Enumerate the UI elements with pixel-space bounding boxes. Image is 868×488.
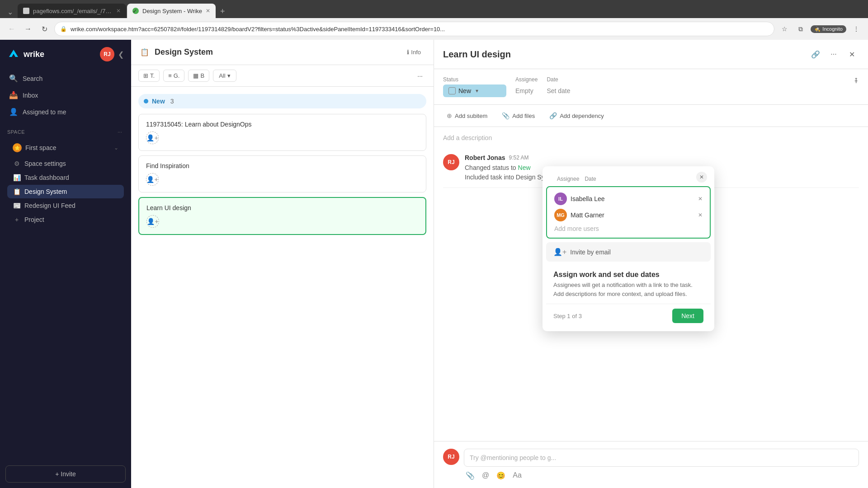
add-more-placeholder: Add more users (554, 225, 599, 232)
mention-icon[interactable]: @ (480, 470, 491, 481)
wrike-logo: wrike (7, 48, 44, 61)
add-more-input[interactable]: Add more users (554, 223, 703, 234)
emoji-icon[interactable]: 😊 (495, 470, 507, 481)
date-value[interactable]: Set date (547, 84, 570, 97)
sidebar-collapse-button[interactable]: ❮ (118, 50, 124, 59)
menu-button[interactable]: ⋮ (850, 23, 863, 35)
view-b-label: B (200, 72, 204, 79)
invite-by-email-button[interactable]: 👤+ Invite by email (546, 242, 711, 262)
address-bar[interactable]: 🔒 wrike.com/workspace.htm?acc=6250782#/f… (54, 22, 774, 36)
add-subitem-button[interactable]: ⊕ Add subitem (443, 110, 491, 121)
assignee-remove-matt[interactable]: ✕ (698, 212, 703, 218)
task-close-button[interactable]: ✕ (844, 47, 859, 61)
dependency-icon: 🔗 (549, 112, 557, 119)
view-t-button[interactable]: ⊞ T. (138, 70, 160, 82)
task-link-button[interactable]: 🔗 (808, 47, 823, 61)
sidebar-header: wrike RJ ❮ (0, 40, 131, 69)
status-chevron-icon: ▾ (476, 88, 478, 94)
sidebar-item-task-dashboard[interactable]: 📊 Task dashboard (7, 171, 124, 184)
address-text: wrike.com/workspace.htm?acc=6250782#/fol… (71, 26, 769, 33)
popup-close-button[interactable]: ✕ (696, 172, 707, 183)
files-icon: 📎 (502, 112, 509, 119)
sidebar-nav: 🔍 Search 📥 Inbox 👤 Assigned to me (0, 69, 131, 122)
view-b-button[interactable]: ▦ B (188, 70, 209, 82)
activity-link-1[interactable]: New (518, 164, 531, 171)
back-button[interactable]: ← (5, 23, 18, 35)
filter-chevron-icon: ▾ (227, 72, 231, 79)
browser-tab-active[interactable]: ✓ Design System - Wrike ✕ (127, 4, 216, 18)
task-detail-header: Learn UI design 🔗 ··· ✕ (434, 40, 868, 69)
view-g-button[interactable]: ≡ G. (163, 70, 184, 82)
sidebar-item-redesign-ui[interactable]: 📰 Redesign UI Feed (7, 199, 124, 212)
comment-avatar: RJ (443, 449, 459, 465)
tooltip-title: Assign work and set due dates (546, 265, 711, 281)
comment-toolbar: 📎 @ 😊 Aa (443, 467, 859, 481)
sidebar-item-project[interactable]: + Project (7, 213, 124, 226)
filter-all-button[interactable]: All ▾ (213, 70, 236, 82)
attach-icon[interactable]: 📎 (464, 470, 476, 481)
add-dependency-label: Add dependency (560, 113, 604, 119)
new-tab-button[interactable]: + (217, 5, 229, 18)
sidebar-item-search[interactable]: 🔍 Search (4, 70, 127, 86)
add-dependency-button[interactable]: 🔗 Add dependency (546, 110, 608, 121)
tab-close-1[interactable]: ✕ (116, 8, 121, 14)
assigned-icon: 👤 (9, 108, 18, 116)
task-comment-area: RJ Try @mentioning people to g... 📎 @ 😊 … (434, 441, 868, 488)
add-files-button[interactable]: 📎 Add files (498, 110, 538, 121)
task-description[interactable]: Add a description (434, 127, 868, 149)
task-more-button[interactable]: ··· (826, 47, 841, 61)
task-card-2[interactable]: Find Inspiration 👤+ (138, 155, 426, 192)
meta-expand-button[interactable]: ⤉ (853, 76, 859, 85)
activity-avatar-1: RJ (443, 154, 459, 170)
task-actions-bar: ⊕ Add subitem 📎 Add files 🔗 Add dependen… (434, 105, 868, 127)
sidebar-first-space[interactable]: 🌟 First space ⌄ (7, 140, 124, 156)
assignee-value[interactable]: Empty (515, 84, 538, 97)
comment-placeholder: Try @mentioning people to g... (470, 454, 556, 461)
assignee-remove-isabella[interactable]: ✕ (698, 196, 703, 202)
comment-input[interactable]: Try @mentioning people to g... (464, 449, 859, 467)
forward-button[interactable]: → (22, 23, 34, 35)
user-avatar[interactable]: RJ (100, 47, 114, 61)
reload-button[interactable]: ↻ (38, 23, 51, 35)
popup-date-col-label: Date (585, 176, 621, 182)
next-button[interactable]: Next (672, 309, 703, 323)
extension-button[interactable]: ⧉ (794, 23, 807, 35)
tab-close-2[interactable]: ✕ (206, 8, 210, 14)
subitem-icon: ⊕ (447, 112, 452, 119)
search-icon: 🔍 (9, 74, 18, 83)
board-info-button[interactable]: ℹ Info (403, 47, 425, 57)
task-card-title-3: Learn UI design (146, 204, 418, 211)
column-dot-new (144, 99, 148, 103)
sidebar-item-design-system[interactable]: 📋 Design System (7, 185, 124, 198)
add-subitem-label: Add subitem (455, 113, 487, 119)
status-badge[interactable]: New ▾ (443, 84, 506, 97)
bookmark-button[interactable]: ☆ (778, 23, 791, 35)
wrike-logo-icon (7, 48, 20, 61)
browser-tabs: ⌄ pageflows.com/_/emails/_/7fb5d... ✕ ✓ … (0, 0, 868, 18)
sidebar-item-space-settings[interactable]: ⚙ Space settings (7, 157, 124, 170)
add-member-card3-button[interactable]: 👤+ (146, 215, 159, 228)
column-count-new: 3 (170, 98, 174, 105)
sidebar-item-inbox[interactable]: 📥 Inbox (4, 87, 127, 103)
add-member-card2-button[interactable]: 👤+ (146, 173, 159, 186)
board-more-button[interactable]: ··· (414, 70, 426, 82)
assignee-avatar-matt: MG (554, 209, 567, 221)
incognito-badge[interactable]: 🕵 Incognito (811, 25, 846, 33)
feed-icon: 📰 (13, 202, 21, 209)
task-card-3[interactable]: Learn UI design 👤+ (138, 197, 426, 235)
invite-button[interactable]: + Invite (5, 465, 126, 483)
browser-tab-inactive[interactable]: pageflows.com/_/emails/_/7fb5d... ✕ (18, 4, 126, 18)
sidebar-space-section: Space ··· 🌟 First space ⌄ ⚙ Space settin… (0, 122, 131, 229)
text-format-icon[interactable]: Aa (511, 470, 524, 481)
space-more-button[interactable]: ··· (116, 128, 124, 136)
tab-overflow-btn[interactable]: ⌄ (4, 6, 17, 18)
incognito-icon: 🕵 (814, 26, 821, 32)
project-add-icon: + (13, 216, 21, 223)
task-card-footer-1: 👤+ (146, 131, 419, 144)
sidebar-item-assigned[interactable]: 👤 Assigned to me (4, 104, 127, 120)
task-card-1[interactable]: 1197315045: Learn about DesignOps 👤+ (138, 114, 426, 151)
design-system-icon: 📋 (13, 188, 21, 195)
incognito-label: Incognito (822, 26, 843, 32)
add-member-card1-button[interactable]: 👤+ (146, 131, 159, 144)
assignee-row-2: MG Matt Garner ✕ (554, 207, 703, 223)
